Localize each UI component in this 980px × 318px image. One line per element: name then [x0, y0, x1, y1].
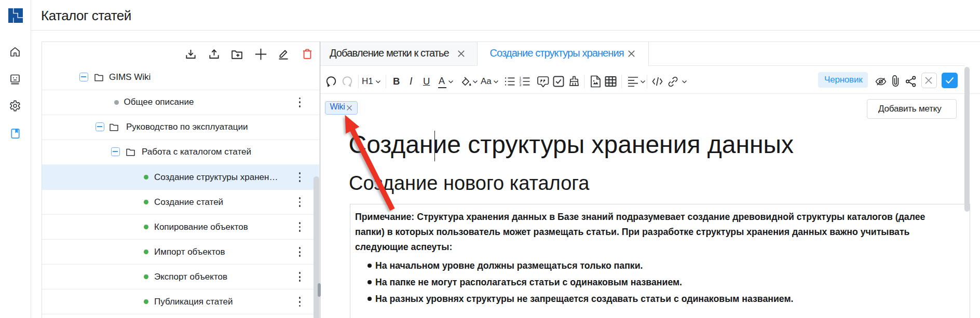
svg-text:3: 3 — [520, 83, 522, 87]
